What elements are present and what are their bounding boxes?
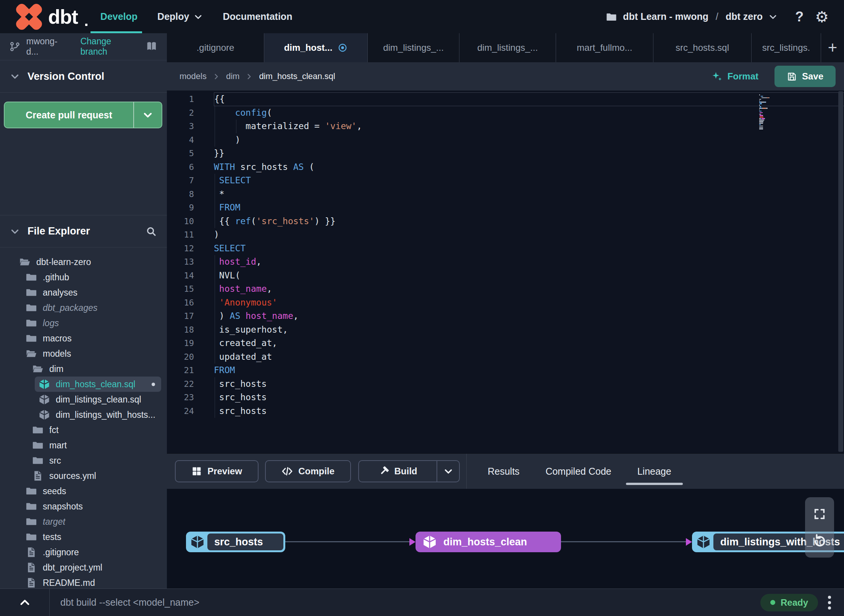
tree-item-analyses[interactable]: analyses [0,285,167,300]
code-line-8[interactable]: 8 * [167,188,844,201]
code-line-22[interactable]: 22 src_hosts [167,377,844,391]
editor-minimap[interactable] [759,94,780,130]
nav-develop[interactable]: Develop [100,0,137,33]
nav-deploy[interactable]: Deploy [157,0,203,33]
tree-item-github[interactable]: .github [0,270,167,285]
tree-item-dim[interactable]: dim [0,361,167,377]
tree-item-macros[interactable]: macros [0,331,167,346]
tree-item-tests[interactable]: tests [0,529,167,545]
tree-item-dbt-project-yml[interactable]: dbt_project.yml [0,560,167,575]
tree-item-models[interactable]: models [0,346,167,361]
tree-item-seeds[interactable]: seeds [0,483,167,499]
code-line-6[interactable]: 6WITH src_hosts AS ( [167,160,844,174]
editor-tab-dim-listings[interactable]: dim_listings_... [368,33,459,62]
tree-item-dim-listings-with-hosts[interactable]: dim_listings_with_hosts... [0,407,167,422]
code-line-2[interactable]: 2 config( [167,106,844,120]
tree-item-readme-md[interactable]: README.md [0,575,167,589]
code-editor[interactable]: 1{{2 config(3 materialized = 'view',4 )5… [167,91,844,453]
version-control-header[interactable]: Version Control [0,60,167,93]
settings-gear-icon[interactable]: ⚙ [815,8,829,26]
tree-item-fct[interactable]: fct [0,422,167,438]
tree-item-mart[interactable]: mart [0,438,167,453]
code-line-24[interactable]: 24 src_hosts [167,404,844,418]
code-line-23[interactable]: 23 src_hosts [167,391,844,404]
preview-button[interactable]: Preview [175,460,259,482]
create-pr-dropdown[interactable] [133,102,162,128]
compile-button[interactable]: Compile [265,460,351,482]
editor-scrollbar[interactable] [838,91,843,452]
editor-tab-dim-listings[interactable]: dim_listings_... [459,33,556,62]
breadcrumb-item-dim[interactable]: dim [226,71,239,81]
code-line-15[interactable]: 15 host_name, [167,282,844,296]
editor-tab-src-listings[interactable]: src_listings. [752,33,821,62]
code-line-9[interactable]: 9 FROM [167,201,844,215]
lineage-canvas[interactable]: src_hostsdim_hosts_cleandim_listings_wit… [167,489,844,589]
code-line-21[interactable]: 21FROM [167,364,844,377]
tree-item-label: dim [49,364,63,374]
code-line-20[interactable]: 20 updated_at [167,350,844,364]
project-selector[interactable]: dbt Learn - mwong / dbt zero [606,11,778,23]
code-line-10[interactable]: 10 {{ ref('src_hosts') }} [167,215,844,228]
tab-lineage[interactable]: Lineage [637,454,671,489]
breadcrumb-item-models[interactable]: models [179,71,207,81]
lineage-node-label: dim_hosts_clean [443,536,527,548]
code-line-16[interactable]: 16 'Anonymous' [167,296,844,310]
code-line-7[interactable]: 7 SELECT [167,174,844,188]
search-icon[interactable] [146,226,157,237]
indent-guide [215,323,215,337]
tree-item-target[interactable]: target [0,514,167,529]
model-icon [39,378,50,390]
code-line-4[interactable]: 4 ) [167,133,844,147]
code-line-text: * [214,188,844,201]
tree-item-label: .gitignore [43,547,79,558]
docs-book-icon[interactable] [146,40,158,53]
tree-item-logs[interactable]: logs [0,315,167,331]
editor-tab-mart-fullmo[interactable]: mart_fullmo... [556,33,653,62]
format-button[interactable]: Format [711,71,758,82]
editor-tab-gitignore[interactable]: .gitignore [167,33,264,62]
tree-item-dim-listings-clean-sql[interactable]: dim_listings_clean.sql [0,392,167,407]
tree-item-snapshots[interactable]: snapshots [0,499,167,514]
code-line-11[interactable]: 11) [167,228,844,242]
nav-documentation-label: Documentation [223,11,292,22]
code-line-5[interactable]: 5}} [167,147,844,160]
save-button[interactable]: Save [774,66,836,87]
tree-item-gitignore[interactable]: .gitignore [0,545,167,560]
code-line-14[interactable]: 14 NVL( [167,269,844,283]
build-dropdown[interactable] [437,460,460,482]
code-line-17[interactable]: 17 ) AS host_name, [167,309,844,323]
fullscreen-icon[interactable] [813,508,826,521]
code-line-18[interactable]: 18 is_superhost, [167,323,844,337]
code-line-13[interactable]: 13 host_id, [167,255,844,269]
kebab-menu-icon[interactable] [828,596,831,610]
tree-item-src[interactable]: src [0,453,167,468]
new-tab-button[interactable]: + [821,33,844,62]
tab-results[interactable]: Results [488,454,519,489]
create-pr-button[interactable]: Create pull request [4,102,133,128]
editor-tab-src-hosts-sql[interactable]: src_hosts.sql [653,33,752,62]
file-explorer-header[interactable]: File Explorer [0,215,167,247]
tree-item-dbt-packages[interactable]: dbt_packages [0,300,167,315]
lineage-node-src-hosts[interactable]: src_hosts [186,532,285,552]
tree-item-dbt-learn-zero[interactable]: dbt-learn-zero [0,254,167,270]
change-branch-link[interactable]: Change branch [80,36,140,57]
dbt-logo[interactable]: dbt [0,4,87,30]
nav-documentation[interactable]: Documentation [223,0,292,33]
expand-command-bar[interactable] [0,597,49,609]
editor-tab-label: dim_listings_... [383,42,444,53]
build-button[interactable]: Build [358,460,437,482]
tree-item-dim-hosts-clean-sql[interactable]: dim_hosts_clean.sql [0,377,167,392]
code-line-1[interactable]: 1{{ [167,92,844,106]
command-input[interactable]: dbt build --select <model_name> [60,597,199,608]
code-line-3[interactable]: 3 materialized = 'view', [167,120,844,133]
refresh-icon[interactable] [812,532,827,547]
breadcrumb-item-dim-hosts-clean-sql[interactable]: dim_hosts_clean.sql [259,71,335,81]
editor-tab-dim-host[interactable]: dim_host... [264,33,368,62]
code-line-text: FROM [214,364,844,377]
tree-item-sources-yml[interactable]: sources.yml [0,468,167,483]
code-line-19[interactable]: 19 created_at, [167,336,844,350]
help-icon[interactable]: ? [795,9,804,25]
code-line-12[interactable]: 12SELECT [167,242,844,255]
lineage-node-dim-hosts-clean[interactable]: dim_hosts_clean [416,532,561,552]
tab-compiled-code[interactable]: Compiled Code [545,454,611,489]
